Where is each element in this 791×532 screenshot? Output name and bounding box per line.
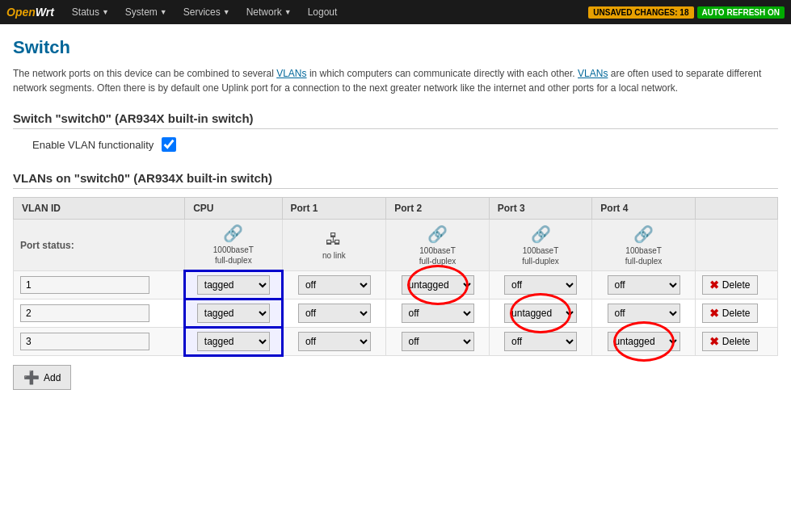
header-port2: Port 2 [386, 198, 490, 220]
description: The network ports on this device can be … [13, 66, 772, 95]
vlan2-cpu-select[interactable]: off untagged tagged [197, 304, 270, 323]
nav-services-label: Services [183, 6, 221, 18]
vlan1-delete-button[interactable]: ✖ Delete [702, 275, 758, 295]
vlan3-port4-select[interactable]: off untagged tagged [608, 332, 680, 351]
vlan3-delete-button[interactable]: ✖ Delete [702, 332, 758, 351]
table-row: off untagged tagged off untagged tagged … [14, 300, 778, 328]
vlan2-port1-select[interactable]: off untagged tagged [298, 304, 371, 323]
enable-vlan-checkbox[interactable] [162, 137, 176, 152]
add-button[interactable]: ➕ Add [13, 365, 71, 390]
port1-status-icon: 🖧 [289, 230, 380, 249]
port1-status-text: no link [289, 250, 380, 261]
vlan2-cpu-cell: off untagged tagged [185, 300, 282, 328]
unsaved-badge: UNSAVED CHANGES: 18 [588, 6, 693, 19]
port2-status-icon: 🔗 [393, 224, 482, 244]
enable-vlan-row: Enable VLAN functionality [32, 137, 778, 152]
vlan-link-1[interactable]: VLANs [276, 68, 306, 79]
vlan1-actions: ✖ Delete [695, 271, 777, 300]
table-row: off untagged tagged off untagged tagged … [14, 328, 778, 356]
nav-services-arrow: ▼ [223, 8, 230, 16]
cpu-status-text: 1000baseTfull-duplex [191, 245, 275, 266]
nav-system-label: System [125, 6, 158, 18]
vlan3-actions: ✖ Delete [695, 328, 777, 356]
page-title: Switch [13, 37, 778, 58]
port2-status-cell: 🔗 100baseTfull-duplex [386, 220, 490, 271]
nav-logout-label: Logout [308, 6, 338, 18]
vlan2-port3-wrap: off untagged tagged [504, 304, 577, 323]
table-row: off untagged tagged off untagged tagged [14, 271, 778, 300]
nav-logout[interactable]: Logout [301, 0, 344, 24]
nav-network[interactable]: Network ▼ [240, 0, 298, 24]
logo: OpenWrt [6, 6, 54, 19]
vlan3-id-input[interactable] [20, 333, 149, 350]
port-status-label: Port status: [14, 220, 185, 271]
vlan2-port4-select[interactable]: off untagged tagged [608, 304, 680, 323]
vlan-section-title: VLANs on "switch0" (AR934X built-in swit… [13, 171, 778, 189]
header-port4: Port 4 [592, 198, 696, 220]
vlan2-id-input[interactable] [20, 304, 149, 322]
vlan2-port3-cell: off untagged tagged [489, 300, 592, 328]
vlan3-port1-cell: off untagged tagged [282, 328, 386, 356]
vlan1-id-input[interactable] [20, 276, 149, 294]
header-actions [695, 198, 777, 220]
nav-services[interactable]: Services ▼ [177, 0, 237, 24]
delete-icon: ✖ [709, 307, 719, 320]
cpu-status-cell: 🔗 1000baseTfull-duplex [185, 220, 282, 271]
port3-status-cell: 🔗 100baseTfull-duplex [489, 220, 592, 271]
switch-section-title: Switch "switch0" (AR934X built-in switch… [13, 111, 778, 129]
vlan1-cpu-select[interactable]: off untagged tagged [197, 275, 270, 295]
delete-icon: ✖ [709, 279, 719, 291]
vlan1-port3-cell: off untagged tagged [489, 271, 592, 300]
navbar-right: UNSAVED CHANGES: 18 AUTO REFRESH ON [588, 6, 785, 19]
nav-system-arrow: ▼ [160, 8, 167, 16]
cpu-status-icon: 🔗 [191, 224, 275, 243]
vlan1-id-cell [14, 271, 185, 300]
vlan3-port2-cell: off untagged tagged [386, 328, 490, 356]
vlan3-port3-cell: off untagged tagged [489, 328, 592, 356]
delete-icon: ✖ [709, 335, 719, 348]
vlan3-cpu-cell: off untagged tagged [185, 328, 282, 356]
vlan1-port1-cell: off untagged tagged [282, 271, 386, 300]
vlan3-port2-select[interactable]: off untagged tagged [402, 332, 474, 351]
vlan1-port2-cell: off untagged tagged [386, 271, 490, 300]
vlan2-port2-select[interactable]: off untagged tagged [402, 304, 474, 323]
vlan3-port4-cell: off untagged tagged [592, 328, 696, 356]
vlan3-id-cell [14, 328, 185, 356]
navbar: OpenWrt Status ▼ System ▼ Services ▼ Net… [0, 0, 791, 24]
port3-status-icon: 🔗 [496, 224, 586, 244]
vlan1-port4-cell: off untagged tagged [592, 271, 696, 300]
vlan1-port2-select[interactable]: off untagged tagged [402, 275, 474, 295]
port4-status-icon: 🔗 [599, 224, 688, 244]
vlan2-delete-button[interactable]: ✖ Delete [702, 304, 758, 323]
vlan1-port4-select[interactable]: off untagged tagged [608, 275, 680, 295]
vlan2-actions: ✖ Delete [695, 300, 777, 328]
vlan2-port2-cell: off untagged tagged [386, 300, 490, 328]
vlan3-delete-label: Delete [722, 336, 751, 347]
nav-network-arrow: ▼ [284, 8, 292, 16]
autorefresh-badge: AUTO REFRESH ON [697, 6, 785, 19]
vlan1-port3-select[interactable]: off untagged tagged [504, 275, 577, 295]
port2-status-text: 100baseTfull-duplex [393, 245, 482, 266]
main-content: Switch The network ports on this device … [0, 24, 791, 532]
vlan1-cpu-cell: off untagged tagged [185, 271, 282, 300]
vlan1-delete-label: Delete [722, 279, 751, 291]
vlan3-port3-select[interactable]: off untagged tagged [504, 332, 577, 351]
vlan-link-2[interactable]: VLANs [578, 68, 608, 79]
vlan3-cpu-select[interactable]: off untagged tagged [197, 332, 270, 351]
header-cpu: CPU [185, 198, 282, 220]
vlan1-port1-select[interactable]: off untagged tagged [298, 275, 371, 295]
header-port1: Port 1 [282, 198, 386, 220]
vlan2-port3-select[interactable]: off untagged tagged [504, 304, 577, 323]
vlan2-delete-label: Delete [722, 308, 751, 319]
add-icon: ➕ [23, 370, 40, 385]
port1-status-cell: 🖧 no link [282, 220, 386, 271]
port-status-actions [695, 220, 777, 271]
vlan3-port1-select[interactable]: off untagged tagged [298, 332, 371, 351]
vlan1-port2-wrap: off untagged tagged [402, 275, 474, 295]
nav-status-label: Status [72, 6, 99, 18]
port4-status-text: 100baseTfull-duplex [599, 245, 688, 266]
nav-status[interactable]: Status ▼ [65, 0, 116, 24]
header-port3: Port 3 [489, 198, 592, 220]
port-status-row: Port status: 🔗 1000baseTfull-duplex 🖧 no… [14, 220, 778, 271]
nav-system[interactable]: System ▼ [119, 0, 174, 24]
